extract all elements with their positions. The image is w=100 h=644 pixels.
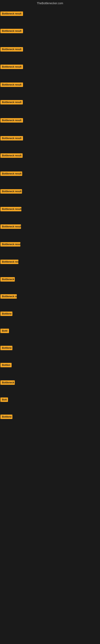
bottleneck-badge: Bottlene xyxy=(0,346,12,350)
bottleneck-item[interactable]: Bottleneck result xyxy=(0,29,23,34)
bottleneck-item[interactable]: Bottleneck result xyxy=(0,136,23,141)
bottleneck-item[interactable]: Bottleneck result xyxy=(0,189,22,194)
bottleneck-badge: Bottleneck result xyxy=(0,224,21,229)
bottleneck-badge: Bottleneck result xyxy=(0,207,21,211)
bottleneck-item[interactable]: Bottl xyxy=(0,329,9,334)
bottleneck-badge: Bottleneck result xyxy=(0,47,23,52)
bottleneck-item[interactable]: Bottleneck res xyxy=(0,260,18,265)
bottleneck-badge: Bottl xyxy=(0,329,9,333)
bottleneck-badge: Bottleneck result xyxy=(0,100,23,104)
site-title-text: TheBottlenecker.com xyxy=(37,2,63,5)
bottleneck-badge: Bottleneck result xyxy=(0,242,20,246)
bottleneck-badge: Bottlene xyxy=(0,414,12,419)
bottleneck-item[interactable]: Bottleneck result xyxy=(0,172,22,177)
bottleneck-item[interactable]: Bottleneck result xyxy=(0,153,23,158)
bottleneck-badge: Bottlene xyxy=(0,312,12,316)
bottleneck-item[interactable]: Bottlene xyxy=(0,346,12,351)
bottleneck-item[interactable]: Bottleneck result xyxy=(0,64,23,70)
bottleneck-item[interactable]: Bottleneck result xyxy=(0,100,23,105)
bottleneck-badge: Bottleneck result xyxy=(0,189,22,194)
bottleneck-item[interactable]: Bottleneck re xyxy=(0,294,17,300)
bottleneck-badge: Bottleneck result xyxy=(0,172,22,176)
bottleneck-badge: Bottleneck result xyxy=(0,82,23,87)
bottleneck-badge: Bottleneck xyxy=(0,380,15,385)
bottleneck-item[interactable]: Bottlene xyxy=(0,312,12,317)
bottleneck-badge: Bottlen xyxy=(0,363,12,367)
bottleneck-item[interactable]: Bottlen xyxy=(0,363,12,368)
bottleneck-badge: Bottleneck result xyxy=(0,153,23,158)
bottleneck-item[interactable]: Bottleneck result xyxy=(0,82,23,88)
bottleneck-badge: Bott xyxy=(0,398,8,402)
bottleneck-badge: Bottleneck result xyxy=(0,12,23,16)
bottleneck-item[interactable]: Bottleneck result xyxy=(0,47,23,52)
bottleneck-badge: Bottleneck result xyxy=(0,118,23,122)
bottleneck-item[interactable]: Bottleneck result xyxy=(0,118,23,123)
bottleneck-badge: Bottleneck result xyxy=(0,136,23,140)
bottleneck-item[interactable]: Bottleneck result xyxy=(0,207,21,212)
bottleneck-badge: Bottleneck result xyxy=(0,29,23,33)
bottleneck-item[interactable]: Bottleneck result xyxy=(0,242,20,247)
bottleneck-badge: Bottleneck xyxy=(0,277,15,282)
bottleneck-badge: Bottleneck res xyxy=(0,260,18,264)
bottleneck-item[interactable]: Bott xyxy=(0,398,8,403)
bottleneck-item[interactable]: Bottleneck xyxy=(0,277,15,282)
bottleneck-item[interactable]: Bottleneck result xyxy=(0,12,23,17)
bottleneck-item[interactable]: Bottleneck result xyxy=(0,224,21,230)
bottleneck-item[interactable]: Bottlene xyxy=(0,414,12,420)
bottleneck-badge: Bottleneck result xyxy=(0,64,23,69)
bottleneck-item[interactable]: Bottleneck xyxy=(0,380,15,386)
bottleneck-badge: Bottleneck re xyxy=(0,294,17,299)
site-title: TheBottlenecker.com xyxy=(0,0,100,6)
